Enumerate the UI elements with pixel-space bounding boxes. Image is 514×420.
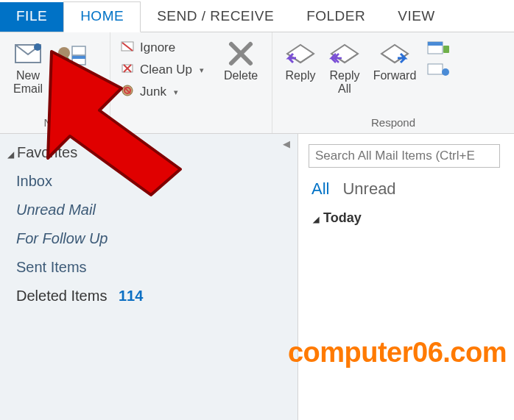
sidebar-item-deleted[interactable]: Deleted Items 114	[6, 282, 298, 310]
tab-view[interactable]: VIEW	[381, 2, 451, 32]
search-input[interactable]	[309, 144, 500, 168]
collapse-triangle-icon: ◢	[313, 215, 319, 224]
junk-label: Junk	[140, 85, 166, 99]
collapse-triangle-icon: ◢	[7, 149, 14, 160]
cleanup-label: Clean Up	[140, 63, 192, 77]
forward-button[interactable]: Forward	[367, 35, 423, 115]
reply-all-label: Reply All	[330, 69, 360, 95]
svg-rect-18	[428, 42, 443, 46]
mail-list-pane: All Unread ◢Today	[298, 134, 514, 420]
new-items-button[interactable]: Ite	[50, 35, 94, 115]
svg-rect-4	[72, 46, 85, 55]
favorites-header[interactable]: ◢Favorites	[6, 141, 298, 167]
sidebar-item-inbox[interactable]: Inbox	[6, 167, 298, 196]
new-items-icon	[56, 38, 88, 69]
sidebar-item-sent[interactable]: Sent Items	[6, 253, 298, 282]
im-icon[interactable]	[427, 62, 449, 81]
sidebar-item-unread-mail[interactable]: Unread Mail	[6, 196, 298, 224]
ignore-label: Ignore	[140, 40, 175, 55]
chevron-down-icon: ▾	[200, 65, 204, 75]
svg-rect-20	[428, 64, 443, 74]
deleted-count: 114	[119, 288, 143, 304]
sidebar-collapse-button[interactable]: ◀	[283, 138, 290, 149]
delete-label: Delete	[224, 69, 258, 82]
junk-icon	[121, 84, 135, 101]
svg-rect-3	[59, 57, 69, 63]
svg-rect-19	[443, 46, 449, 53]
reply-all-icon	[328, 38, 361, 69]
svg-point-21	[442, 68, 449, 76]
reply-label: Reply	[286, 69, 316, 82]
tab-home[interactable]: HOME	[63, 1, 141, 32]
delete-icon	[227, 38, 255, 69]
ribbon: New Email Ite New	[0, 32, 514, 134]
svg-point-2	[58, 47, 70, 59]
new-items-label: Ite	[66, 69, 79, 82]
junk-button[interactable]: Junk ▾	[116, 81, 216, 103]
new-email-button[interactable]: New Email	[6, 35, 50, 115]
group-label-new: New	[6, 115, 104, 132]
new-email-label: New Email	[13, 69, 43, 95]
filter-unread[interactable]: Unread	[342, 179, 395, 199]
date-group-today[interactable]: ◢Today	[309, 204, 514, 226]
tab-send-receive[interactable]: SEND / RECEIVE	[141, 2, 290, 32]
delete-button[interactable]: Delete	[216, 35, 266, 127]
favorites-label: Favorites	[17, 144, 77, 160]
meeting-icon[interactable]	[427, 40, 449, 59]
cleanup-button[interactable]: Clean Up ▾	[116, 59, 216, 81]
reply-icon	[284, 38, 317, 69]
tab-folder[interactable]: FOLDER	[290, 2, 381, 32]
ignore-icon	[121, 40, 135, 57]
new-email-icon	[13, 38, 43, 69]
ignore-button[interactable]: Ignore	[116, 37, 216, 59]
forward-icon	[379, 38, 411, 69]
cleanup-icon	[121, 62, 135, 79]
ribbon-group-respond: Reply Reply All Forward Respond	[272, 32, 514, 133]
reply-all-button[interactable]: Reply All	[323, 35, 367, 115]
forward-label: Forward	[373, 69, 417, 82]
sidebar-item-follow-up[interactable]: For Follow Up	[6, 224, 298, 253]
chevron-down-icon: ▾	[174, 88, 178, 97]
svg-point-1	[34, 43, 41, 51]
reply-button[interactable]: Reply	[278, 35, 323, 115]
group-label-delete	[116, 127, 266, 132]
tab-file[interactable]: FILE	[0, 2, 63, 32]
folder-sidebar: ◀ ◢Favorites Inbox Unread Mail For Follo…	[0, 134, 298, 420]
filter-all[interactable]: All	[311, 179, 329, 199]
ribbon-group-delete: Ignore Clean Up ▾ Junk ▾	[110, 32, 272, 133]
group-label-respond: Respond	[278, 115, 508, 132]
ribbon-group-new: New Email Ite New	[0, 32, 110, 133]
ribbon-tabs: FILE HOME SEND / RECEIVE FOLDER VIEW	[0, 0, 514, 32]
svg-rect-6	[72, 56, 85, 59]
